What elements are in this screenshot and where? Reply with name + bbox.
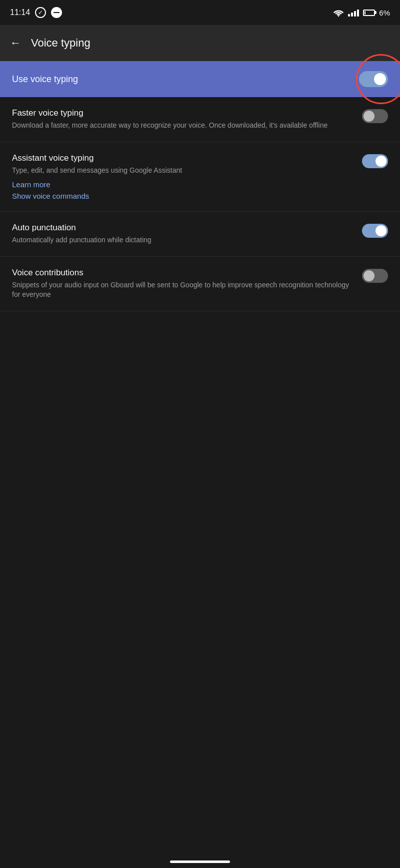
status-time: 11:14 xyxy=(10,8,30,17)
voice-contributions-toggle-area xyxy=(362,268,388,283)
sync-icon: ✓ xyxy=(35,7,46,18)
auto-punctuation-toggle-area xyxy=(362,223,388,238)
voice-contributions-title: Voice contributions xyxy=(12,268,352,278)
faster-voice-typing-title: Faster voice typing xyxy=(12,108,352,118)
assistant-voice-typing-title: Assistant voice typing xyxy=(12,153,352,163)
assistant-voice-typing-text: Assistant voice typing Type, edit, and s… xyxy=(12,153,362,201)
bottom-nav-bar xyxy=(170,860,230,863)
use-voice-typing-label: Use voice typing xyxy=(12,74,78,85)
auto-punctuation-title: Auto punctuation xyxy=(12,223,352,233)
faster-voice-typing-description: Download a faster, more accurate way to … xyxy=(12,121,352,131)
page-title: Voice typing xyxy=(31,37,90,50)
auto-punctuation-toggle[interactable] xyxy=(362,224,388,238)
settings-list: Use voice typing Faster voice typing Dow… xyxy=(0,61,400,311)
dnd-icon xyxy=(51,7,62,18)
faster-voice-typing-toggle-area xyxy=(362,108,388,123)
faster-voice-typing-row[interactable]: Faster voice typing Download a faster, m… xyxy=(0,97,400,142)
status-bar: 11:14 ✓ 6% xyxy=(0,0,400,25)
battery-icon xyxy=(363,10,375,16)
svg-point-0 xyxy=(338,16,340,17)
page-header: ← Voice typing xyxy=(0,25,400,61)
battery-percent: 6% xyxy=(379,9,390,17)
wifi-icon xyxy=(333,9,344,17)
show-voice-commands-link[interactable]: Show voice commands xyxy=(12,192,352,200)
voice-contributions-text: Voice contributions Snippets of your aud… xyxy=(12,268,362,300)
signal-icon xyxy=(348,9,359,17)
status-left: 11:14 ✓ xyxy=(10,7,62,18)
learn-more-link[interactable]: Learn more xyxy=(12,180,352,189)
auto-punctuation-description: Automatically add punctuation while dict… xyxy=(12,235,352,245)
back-button[interactable]: ← xyxy=(10,37,21,50)
voice-contributions-description: Snippets of your audio input on Gboard w… xyxy=(12,280,352,300)
auto-punctuation-text: Auto punctuation Automatically add punct… xyxy=(12,223,362,245)
assistant-voice-typing-links: Learn more Show voice commands xyxy=(12,180,352,200)
assistant-voice-typing-toggle-area xyxy=(362,153,388,168)
status-right: 6% xyxy=(333,9,390,17)
assistant-voice-typing-row[interactable]: Assistant voice typing Type, edit, and s… xyxy=(0,142,400,212)
auto-punctuation-row[interactable]: Auto punctuation Automatically add punct… xyxy=(0,212,400,257)
faster-voice-typing-toggle[interactable] xyxy=(362,109,388,123)
assistant-voice-typing-toggle[interactable] xyxy=(362,154,388,168)
faster-voice-typing-text: Faster voice typing Download a faster, m… xyxy=(12,108,362,131)
use-voice-typing-row[interactable]: Use voice typing xyxy=(0,61,400,97)
assistant-voice-typing-description: Type, edit, and send messages using Goog… xyxy=(12,166,352,176)
voice-contributions-row[interactable]: Voice contributions Snippets of your aud… xyxy=(0,257,400,311)
voice-contributions-toggle[interactable] xyxy=(362,269,388,283)
use-voice-typing-toggle[interactable] xyxy=(359,71,388,87)
